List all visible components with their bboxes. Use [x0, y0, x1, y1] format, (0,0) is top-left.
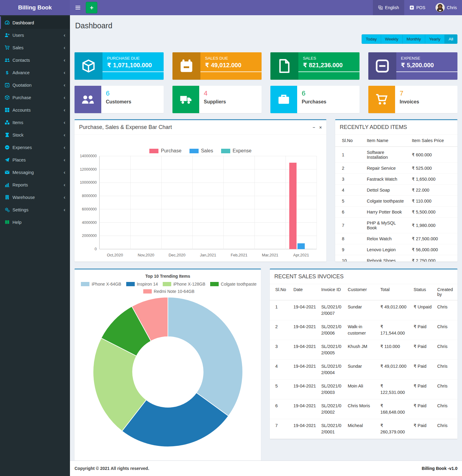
user-menu[interactable]: Chris: [430, 0, 462, 15]
stat-value: ₹ 821,236.000: [303, 61, 355, 69]
chevron-left-icon: ‹: [64, 34, 65, 37]
sidebar-item-contacts[interactable]: Contacts‹: [0, 54, 70, 66]
bar-chart-panel: Purchase, Sales & Expense Bar Chart − × …: [75, 119, 326, 262]
legend-item-redmi-note-10-64gb[interactable]: Redmi Note 10-64GB: [143, 289, 195, 294]
sidebar-item-messaging[interactable]: Messaging‹: [0, 166, 70, 179]
column-header-invoice-id: Invoice ID: [319, 284, 345, 300]
count-value: 7: [400, 89, 419, 97]
table-row: 519-04-2021SL/2021/02/0003Moin Ali₹ 122,…: [270, 380, 457, 399]
legend-swatch: [189, 149, 199, 153]
table-header-row: Sl.NoDateInvoice IDCustomerTotalStatusCr…: [270, 284, 457, 300]
bar-chart-legend: PurchaseSalesExpense: [75, 148, 326, 154]
sidebar-item-label: Places: [12, 158, 64, 162]
pos-button[interactable]: POS: [404, 0, 431, 15]
chevron-left-icon: ‹: [64, 146, 65, 149]
stat-card-purchase-due: PURCHASE DUE₹ 1,071,100.000: [75, 52, 164, 80]
gauge-icon: [5, 20, 12, 25]
close-icon[interactable]: ×: [319, 125, 322, 130]
calendar-plus-icon: [5, 82, 12, 88]
sidebar-item-expenses[interactable]: Expenses‹: [0, 141, 70, 154]
filter-weekly[interactable]: Weekly: [381, 34, 403, 44]
legend-swatch: [210, 282, 219, 286]
sidebar-item-label: Expenses: [12, 145, 64, 150]
sidebar-item-users[interactable]: Users‹: [0, 29, 70, 41]
legend-item-purchase[interactable]: Purchase: [149, 148, 182, 154]
sidebar-item-dashboard[interactable]: Dashboard: [0, 16, 70, 29]
sidebar-item-sales[interactable]: Sales‹: [0, 41, 70, 54]
stat-card-sales: SALES₹ 821,236.000: [270, 52, 360, 80]
dollar-icon: $: [5, 70, 12, 75]
filter-monthly[interactable]: Monthly: [402, 34, 425, 44]
sidebar-item-advance[interactable]: $Advance‹: [0, 66, 70, 79]
count-label: Invoices: [400, 99, 419, 105]
trending-items-panel: Top 10 Trending Items iPhone X-64GBInspi…: [75, 269, 261, 460]
filter-yearly[interactable]: Yearly: [425, 34, 445, 44]
filter-today[interactable]: Today: [362, 34, 381, 44]
sidebar-item-accounts[interactable]: Accounts‹: [0, 104, 70, 116]
language-icon: A a: [378, 5, 383, 10]
legend-item-expense[interactable]: Expense: [221, 148, 252, 154]
minimize-icon[interactable]: −: [313, 125, 315, 130]
sidebar-item-items[interactable]: Items‹: [0, 116, 70, 129]
stat-card-sales-due: SALES DUE₹ 49,012.000: [172, 52, 262, 80]
table-row: 3Fastrack Watch₹ 1,650.000: [335, 174, 457, 185]
column-header-item-name: Item Name: [364, 135, 409, 147]
cart-icon: [368, 86, 395, 113]
top-navbar: Billing Book A a English: [0, 0, 462, 15]
chevron-left-icon: ‹: [64, 196, 65, 199]
sidebar-item-purchase[interactable]: Purchase‹: [0, 91, 70, 104]
svg-text:Dec,2020: Dec,2020: [168, 253, 186, 257]
sidebar-item-label: Advance: [12, 70, 64, 75]
navbar-main: A a English POS: [70, 0, 462, 15]
sidebar-toggle-button[interactable]: [74, 3, 82, 12]
table-row: 5Colgate toothpaste₹ 110.000: [335, 196, 457, 207]
svg-text:Oct,2020: Oct,2020: [107, 253, 123, 257]
recent-items-title: RECENTLY ADDED ITEMS: [340, 124, 407, 130]
legend-item-colgate-toothpaste[interactable]: Colgate toothpaste: [210, 282, 257, 287]
sidebar-item-stock[interactable]: Stock‹: [0, 129, 70, 141]
svg-text:Mar,2021: Mar,2021: [262, 253, 278, 257]
sidebar-item-help[interactable]: Help: [0, 216, 70, 228]
stat-card-expense: EXPENSE₹ 5,200.000: [368, 52, 457, 80]
app-window: Billing Book A a English: [0, 0, 462, 476]
count-label: Customers: [106, 99, 131, 105]
table-row: 619-04-2021SL/2021/02/0002Chris Moris₹ 1…: [270, 399, 457, 419]
column-header-total: Total: [378, 284, 411, 300]
legend-item-sales[interactable]: Sales: [189, 148, 213, 154]
sidebar-item-quotation[interactable]: Quotation‹: [0, 79, 70, 91]
recent-items-panel: RECENTLY ADDED ITEMS Sl.NoItem NameItem …: [335, 119, 457, 262]
users-icon: [75, 86, 101, 113]
stat-value: ₹ 49,012.000: [205, 61, 257, 69]
chevron-left-icon: ‹: [64, 109, 65, 112]
svg-text:4000000: 4000000: [82, 221, 97, 225]
recent-invoices-title: RECENT SALES INVOICES: [274, 273, 344, 280]
sidebar-item-label: Items: [12, 120, 64, 125]
filter-all[interactable]: All: [444, 34, 457, 44]
users-icon: [5, 57, 12, 63]
quick-add-button[interactable]: [86, 2, 97, 13]
count-value: 6: [106, 89, 131, 97]
calendar-minus-icon: [172, 52, 200, 80]
sidebar-item-places[interactable]: Places‹: [0, 154, 70, 166]
legend-swatch: [221, 149, 230, 153]
sidebar-item-warehouse[interactable]: Warehouse‹: [0, 191, 70, 203]
sidebar-item-settings[interactable]: Settings‹: [0, 203, 70, 216]
legend-item-iphone-x-128gb[interactable]: iPhone X-128GB: [163, 282, 205, 287]
stat-label: EXPENSE: [401, 56, 453, 61]
app-logo[interactable]: Billing Book: [0, 0, 70, 15]
sidebar-item-label: Users: [12, 33, 64, 38]
svg-text:A: A: [379, 6, 380, 8]
legend-item-iphone-x-64gb[interactable]: iPhone X-64GB: [81, 282, 121, 287]
table-header-row: Sl.NoItem NameItem Sales Price: [335, 135, 457, 147]
stat-value: ₹ 1,071,100.000: [107, 61, 159, 69]
language-menu[interactable]: A a English: [373, 0, 404, 15]
hourglass-icon: [5, 132, 12, 137]
chevron-left-icon: ‹: [64, 158, 65, 162]
sidebar-item-reports[interactable]: Reports‹: [0, 179, 70, 191]
sidebar-item-label: Settings: [12, 207, 64, 212]
sidebar-item-label: Quotation: [12, 83, 64, 88]
legend-item-inspiron-14[interactable]: Inspiron 14: [126, 282, 158, 287]
svg-text:Nov,2020: Nov,2020: [138, 253, 155, 257]
svg-text:10000000: 10000000: [80, 180, 97, 185]
minus-circle-icon: [5, 145, 12, 150]
